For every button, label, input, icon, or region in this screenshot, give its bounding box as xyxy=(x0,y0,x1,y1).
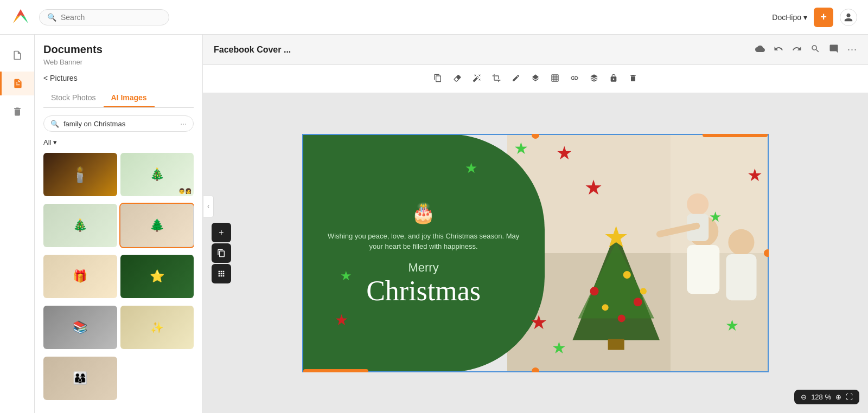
back-label: < Pictures xyxy=(43,74,78,82)
float-tools: + xyxy=(212,223,231,283)
comment-icon[interactable] xyxy=(829,44,839,56)
search-icon: 🔍 xyxy=(47,13,56,22)
sidebar-item-trash[interactable] xyxy=(5,100,29,124)
photo-thumb-6[interactable]: ⭐ xyxy=(120,255,194,298)
star-green-5: ★ xyxy=(725,318,739,333)
star-green-1: ★ xyxy=(514,140,528,157)
top-nav: 🔍 DocHipo ▾ + xyxy=(0,0,868,35)
more-options-icon[interactable]: ··· xyxy=(847,44,857,55)
photo-thumb-2[interactable]: 🎄 👨‍👩 xyxy=(120,153,194,196)
nav-right: DocHipo ▾ + xyxy=(772,8,857,27)
undo-icon[interactable] xyxy=(774,44,783,56)
toolbar-row xyxy=(203,65,868,93)
svg-point-18 xyxy=(729,229,755,255)
main-layout: Documents Web Banner < Pictures Stock Ph… xyxy=(0,35,868,413)
svg-point-10 xyxy=(623,271,631,279)
zoom-level: 128 % xyxy=(811,393,831,401)
sidebar-item-editor[interactable] xyxy=(0,72,34,95)
more-options-icon[interactable]: ··· xyxy=(180,119,187,128)
canvas-title: Facebook Cover ... xyxy=(214,45,749,55)
svg-rect-17 xyxy=(687,245,720,294)
star-red-4: ★ xyxy=(335,313,348,328)
tabs-row: Stock Photos AI Images xyxy=(43,89,194,108)
banner-photo-area xyxy=(507,134,769,372)
pen-tool-icon[interactable] xyxy=(512,74,520,85)
star-green-2: ★ xyxy=(465,161,477,175)
filter-select[interactable]: All ▾ xyxy=(43,138,57,146)
svg-point-13 xyxy=(618,314,626,322)
collapse-panel-button[interactable]: ‹ xyxy=(203,196,214,217)
search-input[interactable] xyxy=(61,13,153,22)
link-tool-icon[interactable] xyxy=(570,74,579,85)
panel-title: Documents xyxy=(43,43,194,56)
merry-text: Merry xyxy=(324,261,523,275)
eraser-tool-icon[interactable] xyxy=(453,74,462,85)
panel-subtitle: Web Banner xyxy=(43,58,194,66)
photo-thumb-4[interactable]: 🌲 xyxy=(120,204,194,247)
left-panel: Documents Web Banner < Pictures Stock Ph… xyxy=(35,35,203,413)
cloud-save-icon[interactable] xyxy=(755,44,765,56)
clipboard-tool-icon[interactable] xyxy=(433,74,442,85)
zoom-in-button[interactable]: ⊕ xyxy=(835,393,841,401)
logo-icon[interactable] xyxy=(11,8,30,27)
dochipo-dropdown[interactable]: DocHipo ▾ xyxy=(772,13,807,22)
design-canvas: 🎂 Wishing you peace, love, and joy this … xyxy=(302,134,769,372)
star-red-1: ★ xyxy=(556,144,572,162)
crop-tool-icon[interactable] xyxy=(492,74,501,85)
stack-tool-icon[interactable] xyxy=(590,74,598,85)
magic-tool-icon[interactable] xyxy=(473,74,481,85)
zoom-out-button[interactable]: ⊖ xyxy=(801,393,807,401)
photo-thumb-9[interactable]: 👨‍👩‍👦 xyxy=(43,357,117,400)
svg-point-11 xyxy=(634,298,642,306)
redo-icon[interactable] xyxy=(792,44,802,56)
chevron-down-icon: ▾ xyxy=(803,13,807,22)
sidebar-item-documents[interactable] xyxy=(5,43,29,67)
chevron-left-icon: ‹ xyxy=(207,203,209,210)
layers-alt-tool-icon[interactable] xyxy=(531,74,540,85)
canvas-header: Facebook Cover ... ··· xyxy=(203,35,868,65)
dochipo-label: DocHipo xyxy=(772,13,801,22)
duplicate-button[interactable] xyxy=(212,243,231,263)
add-button[interactable]: + xyxy=(814,8,833,27)
svg-rect-8 xyxy=(608,339,624,350)
chevron-down-icon: ▾ xyxy=(53,138,57,146)
photo-search-bar[interactable]: 🔍 ··· xyxy=(43,115,194,132)
add-element-button[interactable]: + xyxy=(212,223,231,242)
tab-ai-images[interactable]: AI Images xyxy=(104,89,155,107)
grid-tool-icon[interactable] xyxy=(551,74,559,85)
tab-stock-photos[interactable]: Stock Photos xyxy=(43,89,104,107)
grid-view-button[interactable] xyxy=(212,264,231,283)
christmas-text: Christmas xyxy=(324,277,523,305)
svg-rect-19 xyxy=(726,254,757,300)
photo-thumb-3[interactable]: 🎄 xyxy=(43,204,117,247)
banner-container: 🎂 Wishing you peace, love, and joy this … xyxy=(302,134,769,372)
svg-point-14 xyxy=(640,288,647,294)
icon-sidebar xyxy=(0,35,35,413)
photo-thumb-1[interactable]: 🕯️ xyxy=(43,153,117,196)
star-green-6: ★ xyxy=(709,210,722,224)
lock-tool-icon[interactable] xyxy=(609,74,618,85)
canvas-workspace: + xyxy=(203,93,868,413)
search-bar[interactable]: 🔍 xyxy=(39,9,169,25)
banner-left-section: 🎂 Wishing you peace, love, and joy this … xyxy=(302,134,545,372)
star-green-4: ★ xyxy=(340,269,352,282)
svg-point-12 xyxy=(602,304,609,311)
photo-thumb-7[interactable]: 📚 xyxy=(43,306,117,349)
svg-point-9 xyxy=(590,287,599,295)
photo-grid: 🕯️ 🎄 👨‍👩 xyxy=(43,153,194,404)
canvas-header-icons: ··· xyxy=(755,44,857,56)
user-avatar[interactable] xyxy=(840,9,857,26)
photo-thumb-5[interactable]: 🎁 xyxy=(43,255,117,298)
banner-text: 🎂 Wishing you peace, love, and joy this … xyxy=(324,202,523,305)
zoom-search-icon[interactable] xyxy=(810,44,820,56)
zoom-bar: ⊖ 128 % ⊕ ⛶ xyxy=(794,390,859,404)
christmas-cake-icon: 🎂 xyxy=(324,202,523,224)
star-green-3: ★ xyxy=(552,340,566,356)
back-nav[interactable]: < Pictures xyxy=(43,74,194,82)
fullscreen-button[interactable]: ⛶ xyxy=(846,393,853,401)
canvas-area: Facebook Cover ... ··· xyxy=(203,35,868,413)
photo-search-input[interactable] xyxy=(63,120,176,128)
photo-thumb-8[interactable]: ✨ xyxy=(120,306,194,349)
delete-tool-icon[interactable] xyxy=(629,74,637,85)
star-red-5: ★ xyxy=(747,166,763,184)
